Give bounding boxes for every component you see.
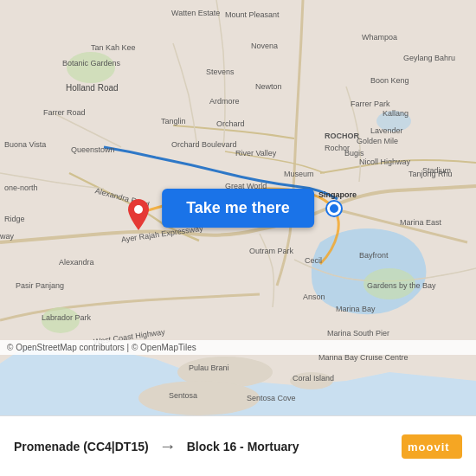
destination-dot: [327, 202, 341, 215]
route-to: Block 16 - Mortuary: [187, 440, 299, 453]
svg-point-8: [67, 52, 115, 83]
svg-point-11: [134, 205, 143, 214]
moovit-logo-image: moovit: [402, 434, 462, 459]
svg-point-4: [376, 111, 411, 132]
svg-text:moovit: moovit: [408, 441, 450, 453]
map-container: Watten Estate Mount Pleasant Novena Tan …: [0, 0, 476, 415]
moovit-logo: moovit: [402, 434, 462, 459]
svg-point-9: [42, 307, 80, 333]
route-arrow: →: [159, 436, 177, 456]
route-from: Promenade (CC4|DT15): [14, 440, 149, 453]
svg-point-6: [138, 381, 260, 415]
map-attribution: © OpenStreetMap contributors | © OpenMap…: [0, 340, 476, 355]
svg-point-10: [363, 268, 415, 299]
svg-point-7: [290, 372, 333, 389]
bottom-bar: Promenade (CC4|DT15) → Block 16 - Mortua…: [0, 415, 476, 476]
take-me-there-button[interactable]: Take me there: [162, 189, 314, 228]
origin-pin: [128, 199, 149, 230]
